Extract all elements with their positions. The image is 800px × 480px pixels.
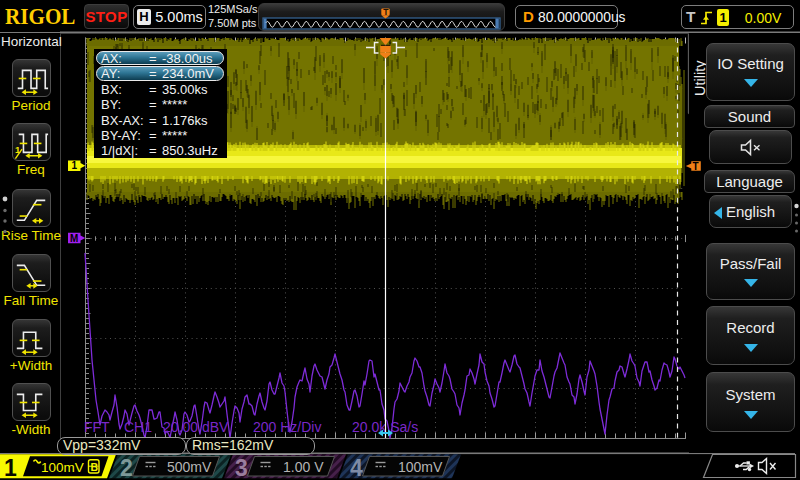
svg-text:2: 2 <box>120 455 133 480</box>
svg-text:4: 4 <box>350 455 363 480</box>
svg-text:FFT: FFT <box>84 419 110 435</box>
svg-text:1: 1 <box>4 455 17 480</box>
svg-text:T: T <box>692 161 698 172</box>
svg-text:3: 3 <box>235 455 248 480</box>
svg-text:T: T <box>383 7 389 17</box>
svg-text:M: M <box>70 233 78 244</box>
svg-text:CH1: CH1 <box>124 419 152 435</box>
svg-text:100mV: 100mV <box>398 459 443 475</box>
svg-text:100mV: 100mV <box>41 460 84 475</box>
svg-text:1: 1 <box>72 160 78 171</box>
svg-text:1.00 V: 1.00 V <box>283 459 324 475</box>
svg-text:500mV: 500mV <box>167 459 212 475</box>
svg-text:200 Hz/Div: 200 Hz/Div <box>253 419 321 435</box>
svg-text:20.00 dBV: 20.00 dBV <box>163 419 229 435</box>
